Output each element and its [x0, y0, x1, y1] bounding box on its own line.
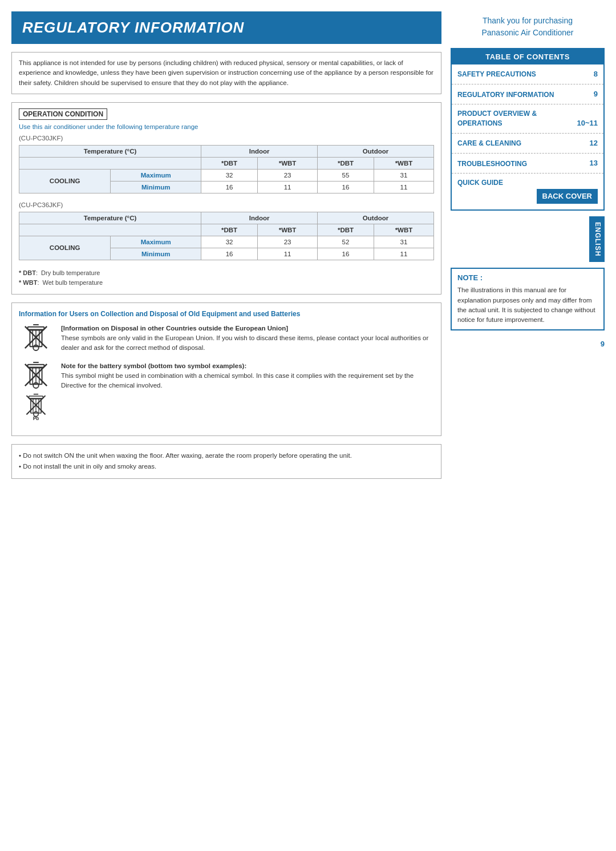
toc-label-quickguide: QUICK GUIDE [457, 178, 503, 188]
th-indoor2: Indoor [201, 212, 318, 224]
note-box: NOTE : The illustrations in this manual … [451, 268, 605, 330]
footnote-dbt: * DBT: Dry bulb temperature [19, 268, 434, 279]
toc-item-regulatory[interactable]: REGULATORY INFORMATION 9 [452, 84, 603, 104]
battery-waste-icon-1 [22, 361, 50, 389]
val10: 23 [258, 236, 318, 248]
english-tab-container: ENGLISH [451, 216, 605, 262]
table-row: COOLING Maximum 32 23 52 31 [19, 236, 434, 248]
val2: 23 [258, 169, 318, 181]
toc-page-product: 10~11 [577, 118, 598, 128]
toc-page-regulatory: 9 [594, 89, 598, 99]
th-dbt1a: *DBT [201, 157, 258, 169]
toc-box: TABLE OF CONTENTS SAFETY PRECAUTIONS 8 R… [451, 48, 605, 211]
cooling-label2: COOLING [19, 236, 111, 260]
th-dbt2a: *DBT [201, 224, 258, 236]
info-row-2: Pb Note for the battery symbol (bottom t… [19, 361, 434, 421]
info-body-2: This symbol might be used in combination… [61, 372, 414, 389]
val7: 16 [318, 181, 374, 193]
battery-icons-container: Pb [19, 361, 53, 421]
th-wbt2a: *WBT [258, 224, 318, 236]
main-title: REGULATORY INFORMATION [22, 19, 431, 37]
operation-subtitle: Use this air conditioner under the follo… [19, 123, 434, 130]
min-label1: Minimum [111, 181, 201, 193]
left-column: REGULATORY INFORMATION This appliance is… [11, 11, 441, 479]
toc-item-product[interactable]: PRODUCT OVERVIEW &OPERATIONS 10~11 [452, 104, 603, 134]
toc-page-care: 12 [590, 138, 598, 148]
toc-header: TABLE OF CONTENTS [452, 49, 603, 64]
intro-text: This appliance is not intended for use b… [19, 58, 434, 88]
note-text: The illustrations in this manual are for… [457, 285, 598, 325]
th-wbt2b: *WBT [374, 224, 433, 236]
toc-item-care[interactable]: CARE & CLEANING 12 [452, 134, 603, 154]
toc-item-safety[interactable]: SAFETY PRECAUTIONS 8 [452, 64, 603, 84]
toc-item-trouble[interactable]: TROUBLESHOOTING 13 [452, 154, 603, 174]
th-dbt1b: *DBT [318, 157, 374, 169]
val14: 11 [258, 248, 318, 260]
info-row-1: [Information on Disposal in other Countr… [19, 324, 434, 353]
english-label: ENGLISH [594, 222, 602, 256]
model2-label: (CU-PC36JKF) [19, 201, 434, 208]
model1-label: (CU-PC30JKF) [19, 135, 434, 142]
info-box: Information for Users on Collection and … [11, 303, 441, 436]
th-dbt2b: *DBT [318, 224, 374, 236]
toc-label-regulatory: REGULATORY INFORMATION [457, 90, 589, 100]
note-title: NOTE : [457, 273, 598, 282]
intro-box: This appliance is not intended for use b… [11, 52, 441, 94]
footnotes: * DBT: Dry bulb temperature * WBT: Wet b… [19, 268, 434, 288]
operation-box: OPERATION CONDITION Use this air conditi… [11, 102, 441, 295]
info-heading-2: Note for the battery symbol (bottom two … [61, 362, 246, 369]
main-title-box: REGULATORY INFORMATION [11, 11, 441, 44]
info-body-1: These symbols are only valid in the Euro… [61, 334, 428, 351]
svg-text:Pb: Pb [33, 416, 39, 421]
warning-line-1: • Do not switch ON the unit when waxing … [19, 450, 434, 462]
page-number: 9 [451, 340, 605, 348]
toc-page-trouble: 13 [590, 158, 598, 168]
val9: 32 [201, 236, 258, 248]
val13: 16 [201, 248, 258, 260]
th-outdoor1: Outdoor [318, 145, 434, 157]
right-column: Thank you for purchasingPanasonic Air Co… [451, 11, 605, 479]
temp-table-2: Temperature (°C) Indoor Outdoor *DBT *WB… [19, 212, 434, 260]
val3: 55 [318, 169, 374, 181]
cooling-label1: COOLING [19, 169, 111, 193]
toc-label-care: CARE & CLEANING [457, 139, 585, 148]
disposal-icon-container [19, 324, 53, 351]
th-empty2 [19, 224, 201, 236]
val11: 52 [318, 236, 374, 248]
warning-box: • Do not switch ON the unit when waxing … [11, 444, 441, 479]
toc-back-cover-label: BACK COVER [537, 189, 598, 204]
th-wbt1a: *WBT [258, 157, 318, 169]
th-outdoor2: Outdoor [318, 212, 434, 224]
english-tab: ENGLISH [589, 216, 605, 262]
waste-bin-icon [22, 324, 50, 351]
th-temp1: Temperature (°C) [19, 145, 201, 157]
th-temp2: Temperature (°C) [19, 212, 201, 224]
battery-waste-icon-2: Pb [22, 393, 50, 421]
temp-table-1: Temperature (°C) Indoor Outdoor *DBT *WB… [19, 145, 434, 193]
toc-label-safety: SAFETY PRECAUTIONS [457, 70, 589, 79]
toc-item-quickguide[interactable]: QUICK GUIDE BACK COVER [452, 174, 603, 209]
min-label2: Minimum [111, 248, 201, 260]
val5: 16 [201, 181, 258, 193]
val15: 16 [318, 248, 374, 260]
val1: 32 [201, 169, 258, 181]
th-indoor1: Indoor [201, 145, 318, 157]
info-text-1: [Information on Disposal in other Countr… [61, 324, 434, 353]
thank-you-text: Thank you for purchasingPanasonic Air Co… [451, 11, 605, 42]
info-text-2: Note for the battery symbol (bottom two … [61, 361, 434, 391]
toc-page-safety: 8 [594, 69, 598, 79]
val6: 11 [258, 181, 318, 193]
val12: 31 [374, 236, 433, 248]
val4: 31 [374, 169, 433, 181]
toc-label-trouble: TROUBLESHOOTING [457, 159, 585, 169]
svg-rect-18 [29, 396, 43, 398]
info-heading-1: [Information on Disposal in other Countr… [61, 325, 288, 332]
info-box-title: Information for Users on Collection and … [19, 310, 434, 318]
table-row: COOLING Maximum 32 23 55 31 [19, 169, 434, 181]
toc-label-product: PRODUCT OVERVIEW &OPERATIONS [457, 109, 572, 128]
th-wbt1b: *WBT [374, 157, 433, 169]
svg-rect-0 [28, 327, 44, 330]
th-empty1 [19, 157, 201, 169]
footnote-wbt: * WBT: Wet bulb temperature [19, 278, 434, 288]
operation-title: OPERATION CONDITION [19, 108, 107, 120]
